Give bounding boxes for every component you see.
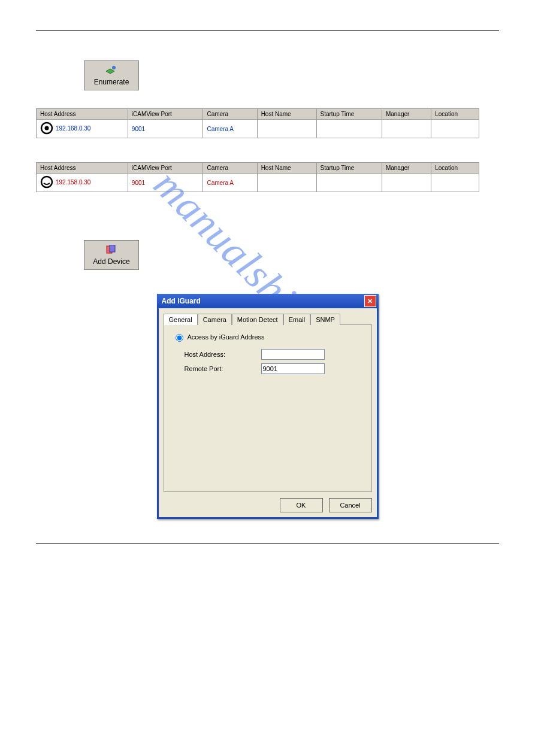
cell-cam: Camera A [203,120,257,138]
col-manager: Manager [382,109,431,120]
col-port: iCAMView Port [128,163,203,174]
tab-snmp[interactable]: SNMP [310,314,340,325]
col-location: Location [431,109,479,120]
col-host-address: Host Address [37,163,128,174]
camera-inactive-icon [40,175,53,189]
cell-startup [316,174,382,192]
col-location: Location [431,163,479,174]
ok-button[interactable]: OK [280,498,323,512]
col-startup: Startup Time [316,109,382,120]
add-device-button[interactable]: Add Device [84,240,139,270]
cell-port: 9001 [128,120,203,138]
col-manager: Manager [382,163,431,174]
cell-manager [382,120,431,138]
device-table-active: Host Address iCAMView Port Camera Host N… [36,108,479,138]
col-camera: Camera [203,163,257,174]
cancel-button[interactable]: Cancel [329,498,372,512]
cell-hostname [257,120,316,138]
svg-point-2 [45,126,49,130]
col-startup: Startup Time [316,163,382,174]
device-table-inactive: Host Address iCAMView Port Camera Host N… [36,162,479,192]
remote-port-input[interactable] [261,363,325,374]
cell-host: 192.158.0.30 [56,179,90,186]
tab-email[interactable]: Email [283,314,311,325]
add-device-icon [105,245,117,256]
col-host-name: Host Name [257,109,316,120]
col-host-address: Host Address [37,109,128,120]
table-header-row: Host Address iCAMView Port Camera Host N… [37,109,479,120]
table-row[interactable]: 192.158.0.30 9001 Camera A [37,174,479,192]
host-address-input[interactable] [261,349,325,360]
svg-point-3 [41,177,52,187]
svg-rect-5 [110,245,115,252]
enumerate-label: Enumerate [94,78,129,86]
tab-motion-detect[interactable]: Motion Detect [232,314,283,325]
dialog-title: Add iGuard [162,297,201,305]
tab-camera[interactable]: Camera [198,314,232,325]
dialog-tabs: General Camera Motion Detect Email SNMP [164,313,372,324]
cell-startup [316,120,382,138]
svg-point-0 [112,66,116,69]
cell-cam: Camera A [203,174,257,192]
tab-general-pane: Access by iGuard Address Host Address: R… [164,324,372,492]
table-row[interactable]: 192.168.0.30 9001 Camera A [37,120,479,138]
add-iguard-dialog: Add iGuard ✕ General Camera Motion Detec… [157,294,379,519]
access-by-address-label: Access by iGuard Address [188,333,265,341]
col-port: iCAMView Port [128,109,203,120]
col-host-name: Host Name [257,163,316,174]
camera-active-icon [40,122,53,135]
add-device-label: Add Device [93,257,129,266]
host-address-label: Host Address: [185,351,256,358]
tab-general[interactable]: General [164,314,198,325]
cell-hostname [257,174,316,192]
table-header-row: Host Address iCAMView Port Camera Host N… [37,163,479,174]
col-camera: Camera [203,109,257,120]
remote-port-label: Remote Port: [185,365,256,372]
cell-manager [382,174,431,192]
cell-location [431,120,479,138]
cell-host: 192.168.0.30 [56,125,90,132]
access-by-address-radio[interactable] [176,334,183,342]
cell-port: 9001 [128,174,203,192]
dialog-titlebar: Add iGuard ✕ [157,294,379,308]
enumerate-icon [105,65,117,77]
cell-location [431,174,479,192]
enumerate-button[interactable]: Enumerate [84,60,139,90]
close-icon[interactable]: ✕ [364,295,376,307]
